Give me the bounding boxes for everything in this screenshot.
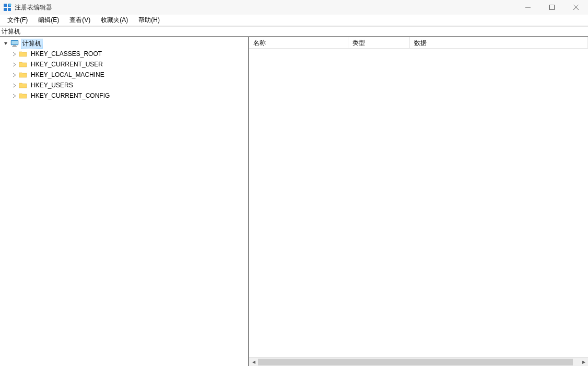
maximize-button[interactable] — [540, 0, 564, 15]
chevron-down-icon[interactable] — [2, 40, 9, 47]
menu-file[interactable]: 文件(F) — [2, 15, 33, 26]
chevron-right-icon[interactable] — [10, 61, 18, 68]
svg-rect-0 — [4, 4, 7, 7]
folder-icon — [19, 61, 27, 68]
svg-rect-12 — [12, 47, 17, 47]
scroll-thumb[interactable] — [258, 359, 573, 365]
tree-item-label: HKEY_CLASSES_ROOT — [29, 50, 103, 58]
horizontal-scrollbar[interactable]: ◀ ▶ — [249, 357, 588, 366]
tree-item-hkey-current-user[interactable]: HKEY_CURRENT_USER — [0, 59, 248, 70]
folder-icon — [19, 50, 27, 58]
chevron-right-icon[interactable] — [10, 92, 18, 99]
tree-item-hkey-local-machine[interactable]: HKEY_LOCAL_MACHINE — [0, 70, 248, 80]
window-controls — [516, 0, 588, 15]
tree-root-label: 计算机 — [21, 39, 43, 49]
svg-rect-11 — [13, 45, 16, 47]
column-header-type[interactable]: 类型 — [348, 37, 410, 48]
svg-rect-6 — [550, 5, 555, 10]
close-button[interactable] — [564, 0, 588, 15]
svg-rect-3 — [8, 8, 11, 11]
list-header: 名称 类型 数据 — [249, 37, 588, 49]
menu-edit[interactable]: 编辑(E) — [33, 15, 64, 26]
app-icon — [3, 3, 11, 12]
window-title: 注册表编辑器 — [15, 3, 52, 12]
svg-rect-2 — [4, 8, 7, 11]
tree-item-label: HKEY_CURRENT_CONFIG — [29, 92, 111, 100]
folder-icon — [19, 92, 27, 99]
tree-item-label: HKEY_USERS — [29, 81, 75, 89]
tree-root-computer[interactable]: 计算机 — [0, 38, 248, 49]
titlebar: 注册表编辑器 — [0, 0, 588, 15]
menu-help[interactable]: 帮助(H) — [133, 15, 165, 26]
scroll-left-arrow-icon[interactable]: ◀ — [249, 358, 258, 367]
tree-item-label: HKEY_LOCAL_MACHINE — [29, 71, 106, 79]
chevron-right-icon[interactable] — [10, 82, 18, 89]
menu-favorites[interactable]: 收藏夹(A) — [96, 15, 133, 26]
tree-item-hkey-users[interactable]: HKEY_USERS — [0, 80, 248, 90]
svg-rect-10 — [11, 41, 18, 44]
list-body[interactable] — [249, 49, 588, 357]
address-text: 计算机 — [2, 27, 20, 36]
content-area: 计算机 HKEY_CLASSES_ROOT HKEY_CURRENT_USER — [0, 37, 588, 366]
address-bar[interactable]: 计算机 — [0, 26, 588, 37]
tree-item-label: HKEY_CURRENT_USER — [29, 60, 104, 68]
column-header-data[interactable]: 数据 — [410, 37, 588, 48]
column-header-name[interactable]: 名称 — [249, 37, 348, 48]
chevron-right-icon[interactable] — [10, 71, 18, 78]
scroll-track[interactable] — [258, 358, 579, 367]
menubar: 文件(F) 编辑(E) 查看(V) 收藏夹(A) 帮助(H) — [0, 15, 588, 26]
tree-panel[interactable]: 计算机 HKEY_CLASSES_ROOT HKEY_CURRENT_USER — [0, 37, 249, 366]
computer-icon — [10, 40, 19, 47]
menu-view[interactable]: 查看(V) — [64, 15, 96, 26]
tree-item-hkey-current-config[interactable]: HKEY_CURRENT_CONFIG — [0, 90, 248, 101]
list-panel: 名称 类型 数据 ◀ ▶ — [249, 37, 588, 366]
chevron-right-icon[interactable] — [10, 50, 18, 58]
svg-point-4 — [9, 4, 11, 6]
folder-icon — [19, 82, 27, 89]
scroll-right-arrow-icon[interactable]: ▶ — [579, 358, 588, 367]
tree-item-hkey-classes-root[interactable]: HKEY_CLASSES_ROOT — [0, 49, 248, 59]
minimize-button[interactable] — [516, 0, 540, 15]
folder-icon — [19, 71, 27, 78]
